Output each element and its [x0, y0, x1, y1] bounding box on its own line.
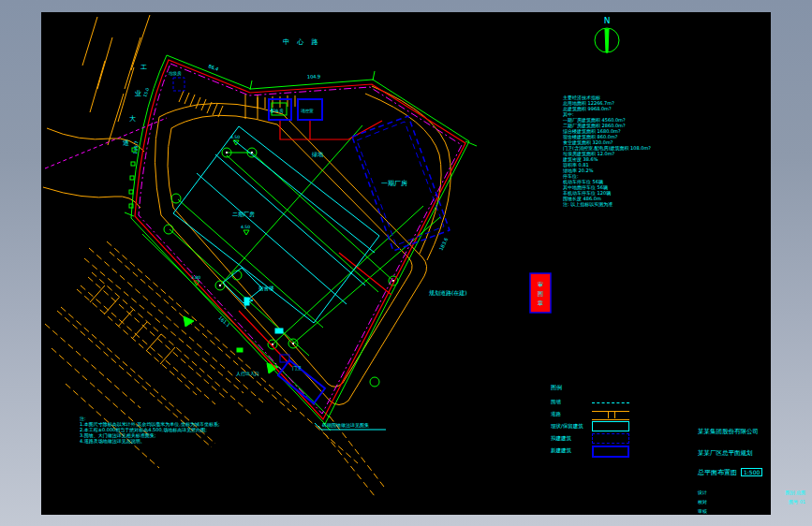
fence-note: 砖砌围墙做法详见图集	[321, 422, 369, 429]
street-top-left	[82, 15, 150, 145]
notes-block: 注: 1.本图尺寸除标高以米计外,其余均以毫米为单位,坐标为城市坐标系; 2.本…	[80, 416, 295, 444]
legend-label-road: 道路	[551, 411, 592, 417]
plan-labels: N 中 心 路 工 业 大 道 规划道路(在建) 15.0 一期厂房 二期厂房 …	[123, 16, 610, 429]
building-dorm-outline	[223, 268, 262, 303]
indicators-block: 主要经济技术指标 总用地面积 12266.7m? 总建筑面积 9968.0m? …	[563, 95, 722, 207]
legend-label-existing: 现状/保留建筑	[551, 423, 592, 430]
building-phase2-outline	[173, 126, 379, 323]
dim-top: 104.9	[307, 73, 321, 80]
elevation-1: 4.50	[230, 135, 240, 139]
legend-row: 新建建筑	[551, 445, 644, 457]
company-name: 某某集团股份有限公司	[698, 429, 805, 435]
road-symbol	[592, 409, 629, 420]
cyan-layer	[173, 126, 386, 430]
existing-building-symbol	[592, 421, 629, 432]
legend-row: 拟建建筑	[551, 432, 644, 445]
legend-title: 图例	[551, 384, 644, 392]
row-value: 图号 01	[789, 497, 805, 506]
label-fire: 消控室	[301, 109, 314, 113]
dim-top-left: 86.4	[208, 63, 220, 72]
title-block: 某某集团股份有限公司 某某厂区总平面规划 总平面布置图1:500 设计 图别 总…	[698, 429, 805, 516]
magenta-layer	[45, 64, 462, 414]
stamp-char-2: 图	[538, 290, 543, 298]
building-internal-lines	[197, 140, 375, 304]
road-left-char-2: 业	[135, 90, 141, 97]
building-gatehouse	[278, 360, 325, 403]
road-top-right	[365, 86, 450, 260]
indicator-line: 注: 以上指标以实测为准	[563, 201, 722, 207]
stamp-char-1: 审	[538, 281, 543, 287]
legend-label-fence: 围墙	[551, 399, 592, 405]
dim-right: 183.6	[438, 237, 450, 251]
titleblock-row: 设计 图别 总图	[698, 488, 805, 497]
ring-road-outer	[155, 103, 426, 404]
gate-marker	[237, 348, 243, 352]
cad-viewport[interactable]: 审 图 章 N 中 心 路 工 业 大 道 规划道路(在建) 15.0 一期厂房…	[0, 0, 812, 526]
review-stamp: 审 图 章	[530, 273, 551, 313]
row-value: 图别 总图	[785, 488, 805, 497]
building-trash	[173, 78, 185, 91]
legend-row: 现状/保留建筑	[551, 420, 644, 432]
axis-grid-lines	[170, 125, 440, 356]
ring-road-inner	[168, 115, 412, 387]
titleblock-row: 校对 图号 01	[698, 497, 805, 506]
compass-needle	[605, 29, 609, 52]
setback-dashed	[45, 118, 167, 168]
label-trash: 垃圾房	[169, 71, 182, 76]
scale-badge: 1:500	[741, 468, 762, 476]
fence-line	[139, 64, 462, 414]
blue-layer	[173, 78, 450, 403]
row-label: 校对	[698, 497, 707, 506]
legend-row: 围墙	[551, 396, 644, 408]
label-gate: 门卫	[292, 365, 302, 371]
titleblock-row: 审核	[698, 506, 805, 516]
parking-dashed-lines	[45, 241, 384, 496]
road-left-char-1: 工	[140, 64, 147, 71]
legend-label-new: 新建建筑	[551, 447, 592, 454]
road-left-char-4: 道	[123, 139, 129, 147]
label-ped-entry: 人行出入口	[236, 371, 259, 377]
row-label: 审核	[698, 506, 707, 516]
road-name-top: 中 心 路	[283, 38, 320, 46]
stamp-char-3: 章	[538, 300, 543, 306]
label-phase2: 二期厂房	[232, 211, 255, 217]
cad-viewer-window: 审 图 章 N 中 心 路 工 业 大 道 规划道路(在建) 15.0 一期厂房…	[0, 0, 812, 526]
fence-symbol	[592, 397, 629, 408]
new-building-symbol	[592, 446, 629, 457]
parking-comb-2	[258, 95, 295, 109]
elevation-3: 3.80	[191, 275, 200, 280]
legend-label-proposed: 拟建建筑	[551, 435, 592, 442]
drawing-title: 总平面布置图	[698, 469, 737, 476]
project-name: 某某厂区总平面规划	[698, 450, 805, 457]
legend-block: 图例 围墙 道路 现状/保留建筑 拟建建筑 新建建筑	[551, 384, 644, 457]
note-line: 4.道路及场地做法详见总说明。	[80, 438, 295, 444]
elevation-triangle-1	[233, 140, 239, 145]
drawing-title-row: 总平面布置图1:500	[698, 469, 805, 476]
parking-stall-ticks	[90, 285, 175, 364]
road-name-planned: 规划道路(在建)	[429, 289, 467, 297]
green-layer	[125, 28, 619, 431]
label-green: 绿地	[312, 151, 324, 157]
proposed-building-symbol	[592, 433, 629, 445]
elevation-2: 4.50	[241, 225, 250, 229]
north-label: N	[604, 16, 611, 25]
legend-row: 道路	[551, 408, 644, 420]
road-width-mark: 15.0	[142, 87, 150, 97]
elevation-triangle-2	[244, 230, 249, 235]
row-label: 设计	[698, 488, 707, 497]
dim-bottom: 161.1	[217, 314, 231, 328]
road-left-char-3: 大	[129, 115, 136, 123]
label-power: 配电房	[271, 109, 284, 113]
label-dorm: 宿舍楼	[258, 285, 274, 292]
label-phase1: 一期厂房	[381, 180, 407, 187]
gate-arrow-2	[184, 316, 194, 327]
